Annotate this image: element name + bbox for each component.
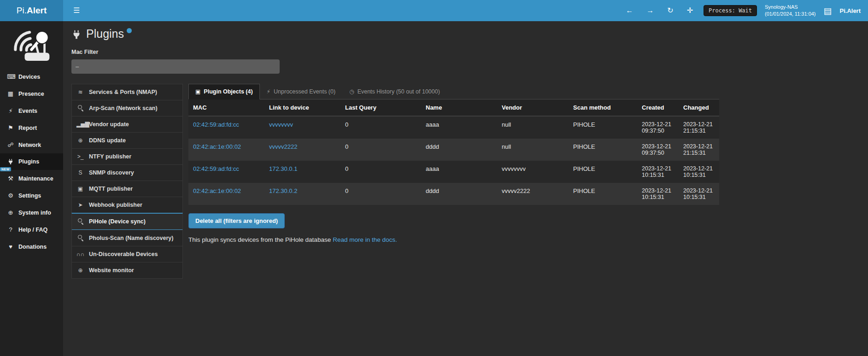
host-timestamp: (01/01/2024, 11:31:04) <box>765 11 816 18</box>
plugin-nav-label: Arp-Scan (Network scan) <box>89 105 158 111</box>
col-header-link: Link to device <box>264 99 340 116</box>
sidebar-item-label: Plugins <box>18 158 39 165</box>
sidebar-item-report[interactable]: ⚑ Report <box>0 119 63 136</box>
bar-chart-icon: ▂▅▇ <box>76 122 84 127</box>
new-badge: NEW <box>0 167 11 171</box>
col-header-vendor: Vendor <box>497 99 569 116</box>
sidebar-item-label: Help / FAQ <box>18 227 47 233</box>
bolt-icon: ⚡ <box>267 88 270 95</box>
mac-link[interactable]: 02:42:59:ad:fd:cc <box>193 121 239 128</box>
name-cell: aaaa <box>421 116 497 139</box>
plugin-nav-item-vendor-update[interactable]: ▂▅▇ Vendor update <box>71 116 183 133</box>
vendor-cell: null <box>497 139 569 161</box>
sidebar-item-help-faq[interactable]: ? Help / FAQ <box>0 221 63 238</box>
search-icon <box>76 105 84 111</box>
back-arrow-icon[interactable]: ← <box>623 6 636 16</box>
clock-icon: ◷ <box>349 88 354 95</box>
tab-bar: ▣ Plugin Objects (4) ⚡ Unprocessed Event… <box>188 84 719 99</box>
sidebar-item-label: System info <box>18 210 51 216</box>
mac-filter-label: Mac Filter <box>71 49 868 55</box>
plugin-nav-item-ntfy[interactable]: >_ NTFY publisher <box>71 148 183 165</box>
tab-plugin-objects[interactable]: ▣ Plugin Objects (4) <box>188 84 260 99</box>
process-status-badge: Process: Wait <box>704 5 757 16</box>
device-link[interactable]: 172.30.0.1 <box>269 165 297 172</box>
globe-icon: ⊕ <box>7 209 14 216</box>
terminal-icon: >_ <box>76 154 84 159</box>
delete-all-button[interactable]: Delete all (filters are ignored) <box>188 213 285 228</box>
forward-arrow-icon[interactable]: → <box>644 6 657 16</box>
vendor-cell: vvvvv2222 <box>497 183 569 205</box>
wrench-icon: ⚒ <box>7 175 14 182</box>
docs-link[interactable]: Read more in the docs. <box>333 236 397 243</box>
tab-label: Plugin Objects (4) <box>204 88 252 95</box>
plugin-nav-item-pihole[interactable]: PiHole (Device sync) <box>71 213 183 230</box>
scan-method-cell: PIHOLE <box>569 161 637 183</box>
top-navbar: ☰ ← → ↻ ✛ Process: Wait Synology-NAS (01… <box>63 0 868 21</box>
sidebar-item-settings[interactable]: ⚙ Settings <box>0 187 63 204</box>
plugin-nav: ≋ Services & Ports (NMAP) Arp-Scan (Netw… <box>71 84 183 279</box>
col-header-changed: Changed <box>679 99 719 116</box>
plugin-nav-item-website-monitor[interactable]: ⊕ Website monitor <box>71 262 183 279</box>
plugin-description: This plugin syncs devices from the PiHol… <box>188 236 719 243</box>
col-header-scan-method: Scan method <box>569 99 637 116</box>
search-icon <box>76 235 84 241</box>
app-label: Pi.Alert <box>839 7 861 14</box>
plugin-nav-label: Services & Ports (NMAP) <box>89 89 157 95</box>
sidebar-item-system-info[interactable]: ⊕ System info <box>0 204 63 221</box>
mac-link[interactable]: 02:42:ac:1e:00:02 <box>193 143 241 150</box>
plugins-help-badge[interactable] <box>127 28 132 33</box>
col-header-name: Name <box>421 99 497 116</box>
plugin-nav-label: Un-Discoverable Devices <box>89 251 158 257</box>
refresh-icon[interactable]: ↻ <box>664 6 676 16</box>
plugin-nav-item-mqtt[interactable]: ▣ MQTT publisher <box>71 181 183 197</box>
host-info: Synology-NAS (01/01/2024, 11:31:04) <box>765 4 816 18</box>
topbar-right-group: ← → ↻ ✛ Process: Wait Synology-NAS (01/0… <box>623 4 861 18</box>
col-header-last-query: Last Query <box>340 99 421 116</box>
plugin-nav-label: Pholus-Scan (Name discovery) <box>89 235 173 241</box>
binoculars-icon: ∩∩ <box>76 251 84 257</box>
mac-filter-input[interactable] <box>71 59 280 74</box>
tab-events-history[interactable]: ◷ Events History (50 out of 10000) <box>342 84 447 99</box>
sidebar-item-label: Settings <box>18 193 41 199</box>
mac-link[interactable]: 02:42:ac:1e:00:02 <box>193 187 241 194</box>
sidebar-item-events[interactable]: ⚡ Events <box>0 102 63 119</box>
created-cell: 2023-12-21 09:37:50 <box>637 116 679 139</box>
last-query-cell: 0 <box>340 183 421 205</box>
plugin-main-panel: ▣ Plugin Objects (4) ⚡ Unprocessed Event… <box>188 84 719 250</box>
paper-plane-icon: ➤ <box>76 202 84 208</box>
sidebar-item-network[interactable]: ☍ Network <box>0 136 63 153</box>
network-icon: ☍ <box>7 141 14 148</box>
menu-icon[interactable]: ☰ <box>70 6 82 16</box>
sidebar-item-label: Network <box>18 142 41 148</box>
mac-link[interactable]: 02:42:59:ad:fd:cc <box>193 165 239 172</box>
plugin-nav-item-pholus[interactable]: Pholus-Scan (Name discovery) <box>71 230 183 246</box>
move-icon[interactable]: ✛ <box>684 6 696 16</box>
plugin-nav-item-webhook[interactable]: ➤ Webhook publisher <box>71 197 183 213</box>
plugin-nav-item-snmp[interactable]: S SNMP discovery <box>71 164 183 181</box>
table-row: 02:42:ac:1e:00:02 172.30.0.2 0 dddd vvvv… <box>188 183 719 205</box>
created-cell: 2023-12-21 10:15:31 <box>637 183 679 205</box>
name-cell: dddd <box>421 139 497 161</box>
device-link[interactable]: vvvvvvvv <box>269 121 293 128</box>
sidebar-item-presence[interactable]: ▦ Presence <box>0 85 63 102</box>
plugin-nav-item-ddns[interactable]: ⊕ DDNS update <box>71 132 183 149</box>
plugin-nav-item-nmap[interactable]: ≋ Services & Ports (NMAP) <box>71 84 183 100</box>
device-link[interactable]: 172.30.0.2 <box>269 187 297 194</box>
plugin-nav-label: SNMP discovery <box>89 169 134 176</box>
plugin-nav-item-undiscoverable[interactable]: ∩∩ Un-Discoverable Devices <box>71 246 183 263</box>
device-link[interactable]: vvvvv2222 <box>269 143 297 150</box>
globe-icon: ⊕ <box>76 268 84 273</box>
brand-logo[interactable]: Pi.Alert <box>0 0 63 21</box>
plugin-nav-label: Webhook publisher <box>89 202 142 208</box>
sidebar-item-label: Maintenance <box>18 175 53 182</box>
sidebar-item-devices[interactable]: ⌨ Devices <box>0 68 63 85</box>
sidebar-item-label: Report <box>18 125 37 131</box>
plugin-nav-item-arpscan[interactable]: Arp-Scan (Network scan) <box>71 100 183 117</box>
changed-cell: 2023-12-21 21:15:31 <box>679 116 719 139</box>
sidebar-item-donations[interactable]: ♥ Donations <box>0 238 63 255</box>
tab-unprocessed-events[interactable]: ⚡ Unprocessed Events (0) <box>260 84 343 99</box>
sidebar-item-maintenance[interactable]: NEW ⚒ Maintenance <box>0 170 63 187</box>
pialert-router-logo <box>0 21 63 68</box>
sidebar-item-label: Donations <box>18 244 47 250</box>
plugin-nav-label: DDNS update <box>89 137 126 144</box>
